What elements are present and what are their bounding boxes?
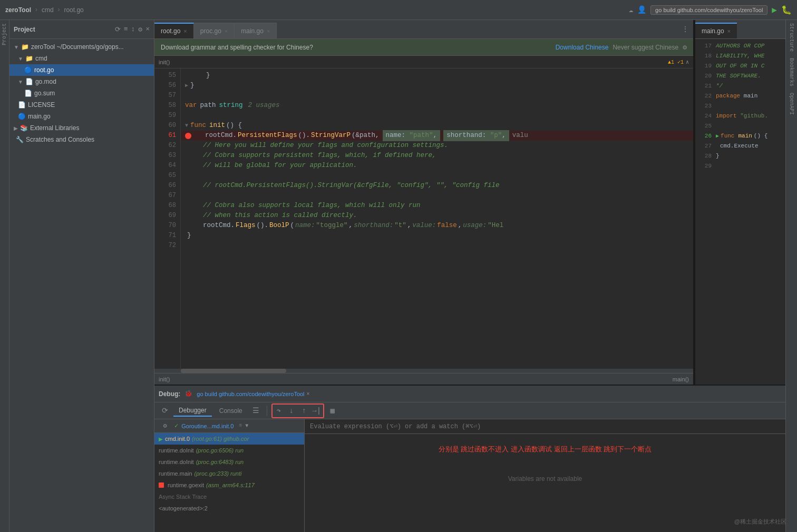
file-icon-license: 📄	[18, 101, 26, 109]
openapi-strip[interactable]: OpenAPI	[788, 90, 795, 118]
debug-list-btn[interactable]: ☰	[250, 405, 263, 417]
tree-label-ext-libs: External Libraries	[30, 124, 79, 132]
rline-20: THE SOFTWARE.	[716, 71, 783, 81]
right-tab-main-go[interactable]: main.go ×	[695, 23, 737, 38]
debug-eval-input[interactable]	[310, 423, 780, 430]
frame-name-1: runtime.doInit	[159, 447, 194, 454]
tree-item-zerotool[interactable]: ▼ 📁 zeroTool ~/Documents/go/gops...	[9, 41, 154, 53]
left-code-area: root.go × proc.go × main.go × ⋮ Downl	[154, 20, 693, 385]
frame-runtime-doinit-2[interactable]: runtime.doInit (proc.go:6483) run	[154, 456, 304, 468]
code-editor: 55 56 57 58 59 60 61 62 63 64 65 66 67 6…	[154, 68, 693, 369]
debug-panel: Debug: 🐞 go build github.com/codewithyou…	[154, 385, 785, 532]
debug-header: Debug: 🐞 go build github.com/codewithyou…	[154, 386, 785, 402]
rline-26: ▶ func main() {	[716, 131, 783, 141]
scrollbar-thumb[interactable]	[181, 369, 286, 373]
project-sort-icon[interactable]: ↕	[131, 25, 135, 34]
notification-text: Download grammar and spelling checker fo…	[161, 44, 551, 51]
project-settings-icon[interactable]: ⚙	[138, 25, 142, 34]
tab-more-button[interactable]: ⋮	[677, 25, 693, 34]
tree-item-scratches[interactable]: 🔧 Scratches and Consoles	[9, 134, 154, 145]
tab-root-go-close[interactable]: ×	[183, 28, 187, 34]
line-68: 68	[157, 201, 176, 211]
debug-step-out-btn[interactable]: ↑	[298, 405, 310, 417]
notification-settings-icon[interactable]: ⚙	[683, 43, 687, 52]
debug-run-icon: 🐞	[184, 390, 192, 398]
file-icon-root-go: 🔵	[24, 66, 32, 74]
tab-main-go-close[interactable]: ×	[267, 28, 270, 34]
project-tree: ▼ 📁 zeroTool ~/Documents/go/gops... ▼ 📁 …	[9, 39, 154, 532]
debug-content: ⚙ ✓ Goroutine...md.init.0 = ▼ ▶ cmd.init…	[154, 419, 785, 532]
watermark: @稀土掘金技术社区	[734, 518, 786, 526]
tree-item-go-mod[interactable]: ▼ 📄 go.mod	[9, 76, 154, 87]
collapse-btn[interactable]: ∧	[686, 59, 689, 65]
frame-runtime-main[interactable]: runtime.main (proc.go:233) runti	[154, 468, 304, 479]
notification-bar: Download grammar and spelling checker fo…	[154, 39, 693, 56]
debugger-tab-btn[interactable]: Debugger	[173, 405, 212, 417]
line-62: 62	[157, 141, 176, 151]
fold-icon-60[interactable]: ▼	[185, 121, 188, 131]
debug-evaluate-btn[interactable]: ▦	[326, 405, 339, 417]
rln-27: 27	[696, 141, 712, 151]
editor-horizontal-scrollbar[interactable]	[154, 369, 693, 373]
project-close-icon[interactable]: ×	[145, 25, 150, 34]
tree-item-license[interactable]: 📄 LICENSE	[9, 99, 154, 111]
tree-item-main-go[interactable]: 🔵 main.go	[9, 111, 154, 122]
code-line-64: // will be global for your application.	[181, 161, 693, 171]
separator: ›	[34, 6, 38, 14]
line-70: 70	[157, 221, 176, 231]
download-chinese-btn[interactable]: Download Chinese	[556, 44, 609, 51]
debug-vars-panel: 分别是 跳过函数不进入 进入函数调试 返回上一层函数 跳到下一个断点 Varia…	[305, 419, 785, 532]
frame-loc-2: (proc.go:6483) run	[196, 459, 244, 465]
tab-proc-go-label: proc.go	[200, 27, 221, 35]
bookmarks-strip[interactable]: Bookmarks	[788, 55, 795, 90]
project-header-title: Project	[14, 26, 35, 33]
fold-icon-56[interactable]: ▶	[185, 81, 188, 91]
right-code-content: AUTHORS OR COP LIABILITY, WHE OUT OF OR …	[714, 39, 785, 385]
rline-25	[716, 121, 783, 131]
status-fn-left: init()	[159, 376, 170, 382]
debug-restart-btn[interactable]: ⟳	[159, 405, 171, 417]
tab-main-go[interactable]: main.go ×	[235, 23, 277, 38]
frame-loc-4: (asm_arm64.s:117	[206, 482, 255, 488]
tree-item-go-sum[interactable]: 📄 go.sum	[9, 87, 154, 99]
line-60: 60	[157, 121, 176, 131]
debug-step-into-btn[interactable]: ↓	[285, 405, 298, 417]
frame-runtime-doinit-1[interactable]: runtime.doInit (proc.go:6506) run	[154, 445, 304, 456]
editor-bottom-status: init() main()	[154, 373, 693, 385]
console-tab-btn[interactable]: Console	[214, 406, 248, 416]
run-arrow-26: ▶	[716, 131, 719, 141]
breadcrumb-text: init()	[159, 59, 170, 65]
frame-runtime-goexit[interactable]: runtime.goexit (asm_arm64.s:117	[154, 479, 304, 491]
line-71: 71	[157, 231, 176, 241]
tab-proc-go-close[interactable]: ×	[225, 28, 228, 34]
tree-item-root-go[interactable]: 🔵 root.go	[9, 64, 154, 76]
tab-proc-go[interactable]: proc.go ×	[194, 23, 235, 38]
file-icon-go-sum: 📄	[24, 90, 32, 97]
project-strip-label[interactable]: Project	[1, 20, 8, 48]
title-bar-right: ☁ 👤 go build github.com/codewithyou/zero…	[629, 5, 792, 15]
frame-autogenerated[interactable]: <autogenerated>:2	[154, 503, 304, 514]
structure-strip[interactable]: Structure	[788, 20, 795, 55]
debug-button[interactable]: 🐛	[781, 5, 792, 15]
never-suggest-btn[interactable]: Never suggest Chinese	[613, 44, 678, 51]
tree-item-cmd[interactable]: ▼ 📁 cmd	[9, 53, 154, 64]
tab-root-go[interactable]: root.go ×	[154, 23, 194, 38]
project-collapse-icon[interactable]: ≡	[124, 25, 128, 34]
code-line-57	[181, 91, 693, 101]
run-config[interactable]: go build github.com/codewithyou/zeroTool	[650, 5, 767, 15]
folder-icon-cmd: 📁	[25, 55, 33, 62]
debug-run-cursor-btn[interactable]: →|	[310, 405, 323, 417]
project-sync-icon[interactable]: ⟳	[115, 25, 121, 34]
run-button[interactable]: ▶	[772, 5, 777, 15]
debug-config-close[interactable]: ×	[307, 391, 310, 397]
right-tab-close[interactable]: ×	[727, 28, 731, 34]
code-line-69: // when this action is called directly.	[181, 211, 693, 221]
goroutine-dropdown[interactable]: ▼	[245, 423, 248, 429]
tree-item-ext-libs[interactable]: ▶ 📚 External Libraries	[9, 122, 154, 134]
frame-cmd-init[interactable]: ▶ cmd.init.0 (root.go:61) github.cor	[154, 433, 304, 445]
frame-loc-1: (proc.go:6506) run	[196, 447, 244, 454]
tree-label-go-mod: go.mod	[35, 78, 56, 85]
debug-step-over-btn[interactable]: ↷	[273, 405, 285, 417]
line-65: 65	[157, 171, 176, 181]
right-tab-bar: main.go ×	[695, 20, 785, 39]
